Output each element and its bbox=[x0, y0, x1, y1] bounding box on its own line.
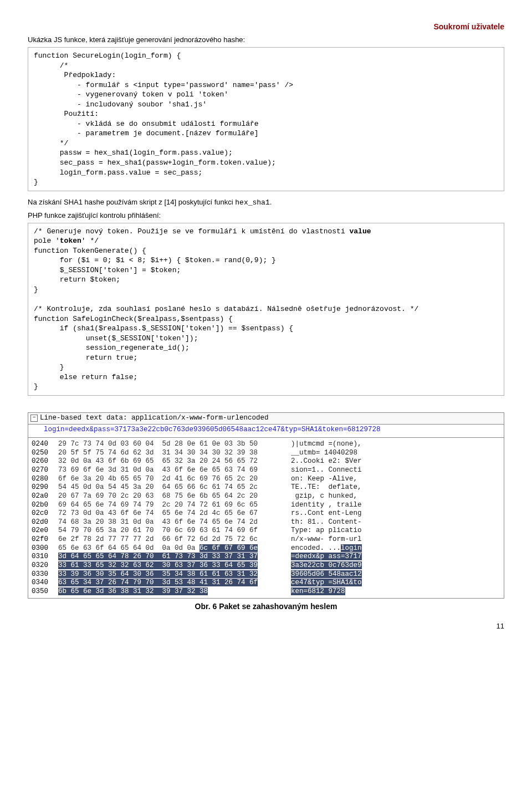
mid1c: . bbox=[270, 198, 272, 206]
c2l2c: ' */ bbox=[81, 237, 99, 245]
page-number: 11 bbox=[28, 622, 504, 630]
code-block-js: function SecureLogin(login_form) { /* Př… bbox=[28, 47, 504, 191]
mid1b: hex_sha1 bbox=[235, 198, 269, 207]
tree-toggle-icon: − bbox=[30, 415, 38, 422]
c2rest: function TokenGenerate() { for ($i = 0; … bbox=[34, 247, 418, 391]
mid1a: Na získání SHA1 hashe používám skript z … bbox=[28, 198, 235, 206]
c2l1: /* Generuje nový token. Použije se ve fo… bbox=[34, 227, 350, 236]
c2l2b: token bbox=[60, 237, 81, 245]
header-right: Soukromí uživatele bbox=[28, 22, 504, 31]
packet-capture: − Line-based text data: application/x-ww… bbox=[28, 412, 504, 599]
code-block-php: /* Generuje nový token. Použije se ve fo… bbox=[28, 223, 504, 396]
hexdump: 024029 7c 73 74 0d 03 60 04 5d 28 0e 61 … bbox=[28, 438, 504, 598]
packet-header: − Line-based text data: application/x-ww… bbox=[28, 413, 504, 425]
packet-header-text: Line-based text data: application/x-www-… bbox=[40, 414, 269, 423]
c2l2a: pole ' bbox=[34, 237, 60, 245]
mid-text-2: PHP funkce zajišťující kontrolu přihláše… bbox=[28, 211, 504, 219]
c2l1b: value bbox=[350, 227, 371, 236]
mid-text-1: Na získání SHA1 hashe používám skript z … bbox=[28, 198, 504, 207]
intro-text: Ukázka JS funkce, která zajišťuje genero… bbox=[28, 35, 504, 44]
packet-postline: login=deedx&pass=37173a3e22cb0c763de9396… bbox=[28, 425, 504, 438]
figure-caption: Obr. 6 Paket se zahashovaným heslem bbox=[28, 602, 504, 611]
